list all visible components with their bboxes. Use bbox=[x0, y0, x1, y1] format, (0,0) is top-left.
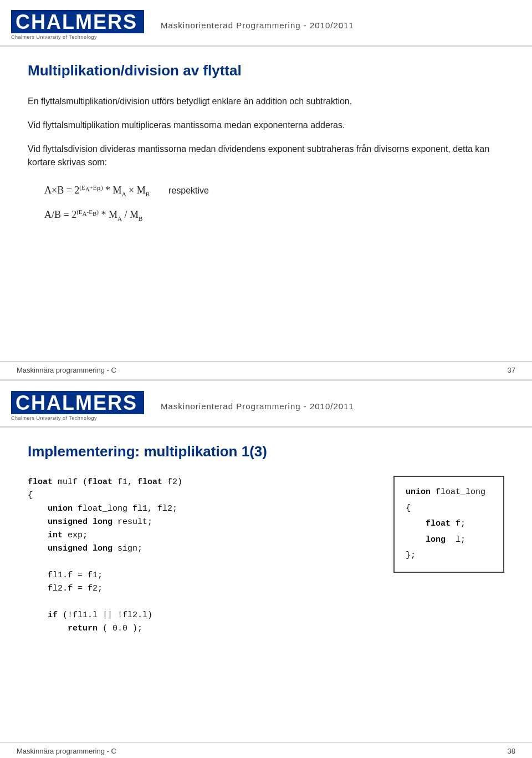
header-title-1: Maskinorienterad Programmering - 2010/20… bbox=[161, 21, 354, 30]
slide-title-1: Multiplikation/division av flyttal bbox=[28, 62, 504, 79]
chalmers-logo-2: CHALMERS bbox=[11, 391, 144, 414]
code-blank-1 bbox=[28, 556, 377, 569]
footer-right-1: 37 bbox=[508, 366, 515, 374]
code-line-8: fl2.f = f2; bbox=[28, 582, 377, 596]
formula-1: A×B = 2(EA+EB) * MA × MB respektive bbox=[44, 180, 504, 202]
footer-left-2: Maskinnära programmering - C bbox=[17, 747, 116, 755]
page-2: CHALMERS Chalmers University of Technolo… bbox=[0, 381, 532, 758]
code-blank-2 bbox=[28, 596, 377, 609]
logo-subtitle-1: Chalmers University of Technology bbox=[11, 34, 97, 40]
logo-subtitle-2: Chalmers University of Technology bbox=[11, 415, 97, 421]
chalmers-logo-1: CHALMERS bbox=[11, 10, 144, 33]
code-area: float mulf (float f1, float f2) { union … bbox=[28, 476, 504, 635]
header-title-2: Maskinorienterad Programmering - 2010/20… bbox=[161, 401, 354, 411]
code-line-6: unsigned long sign; bbox=[28, 542, 377, 556]
code-line-4: unsigned long result; bbox=[28, 516, 377, 529]
logo-box-1: CHALMERS Chalmers University of Technolo… bbox=[11, 10, 144, 40]
code-line-10: return ( 0.0 ); bbox=[28, 622, 377, 635]
para-1: En flyttalsmultiplikation/division utför… bbox=[28, 95, 504, 109]
code-line-2: { bbox=[28, 489, 377, 502]
code-sidebar-block: union float_long { float f; long l; }; bbox=[393, 476, 504, 573]
respektive-label: respektive bbox=[168, 181, 209, 200]
code-line-3: union float_long fl1, fl2; bbox=[28, 502, 377, 516]
page1-header: CHALMERS Chalmers University of Technolo… bbox=[0, 0, 532, 47]
footer-right-2: 38 bbox=[508, 747, 515, 755]
formula1-text: A×B = 2(EA+EB) * MA × MB bbox=[44, 180, 150, 202]
para-3: Vid flyttalsdivision divideras mantissor… bbox=[28, 143, 504, 170]
page2-footer: Maskinnära programmering - C 38 bbox=[0, 742, 532, 758]
math-block: A×B = 2(EA+EB) * MA × MB respektive A/B … bbox=[44, 180, 504, 226]
code-main-block: float mulf (float f1, float f2) { union … bbox=[28, 476, 377, 635]
formula2-text: A/B = 2(EA-EB) * MA / MB bbox=[44, 204, 142, 226]
para-2: Vid flyttalsmultiplikation multipliceras… bbox=[28, 119, 504, 133]
page-1: CHALMERS Chalmers University of Technolo… bbox=[0, 0, 532, 379]
code-line-1: float mulf (float f1, float f2) bbox=[28, 476, 377, 489]
footer-left-1: Maskinnära programmering - C bbox=[17, 366, 116, 374]
code-line-7: fl1.f = f1; bbox=[28, 569, 377, 582]
formula-2: A/B = 2(EA-EB) * MA / MB bbox=[44, 204, 504, 226]
page2-header: CHALMERS Chalmers University of Technolo… bbox=[0, 381, 532, 428]
code-line-5: int exp; bbox=[28, 529, 377, 542]
code-line-9: if (!fl1.l || !fl2.l) bbox=[28, 609, 377, 622]
slide-title-2: Implementering: multiplikation 1(3) bbox=[28, 443, 504, 460]
page1-content: Multiplikation/division av flyttal En fl… bbox=[0, 47, 532, 242]
logo-box-2: CHALMERS Chalmers University of Technolo… bbox=[11, 391, 144, 421]
page1-footer: Maskinnära programmering - C 37 bbox=[0, 361, 532, 379]
page2-content: Implementering: multiplikation 1(3) floa… bbox=[0, 428, 532, 647]
